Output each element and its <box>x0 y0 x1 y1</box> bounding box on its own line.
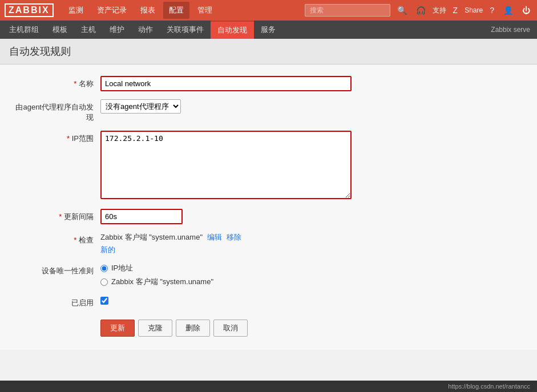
nav-admin[interactable]: 管理 <box>192 2 218 19</box>
ip-range-control: 172.25.2.1-10 <box>100 131 409 201</box>
agent-control: 没有agent代理程序 <box>100 99 409 114</box>
uniqueness-label: 设备唯一性准则 <box>9 263 100 276</box>
help-icon[interactable]: ? <box>487 5 496 16</box>
top-navbar: ZABBIX 监测 资产记录 报表 配置 管理 🔍 🎧 支持 Z Share ?… <box>0 0 537 21</box>
search-icon[interactable]: 🔍 <box>395 5 409 16</box>
check-new-link[interactable]: 新的 <box>100 245 115 254</box>
name-row: 名称 <box>9 76 409 91</box>
subnav-discovery[interactable]: 自动发现 <box>211 21 254 39</box>
uniqueness-radio-ip[interactable]: IP地址 <box>100 263 409 273</box>
ip-range-label: IP范围 <box>9 131 100 144</box>
radio-ip-label: IP地址 <box>111 263 133 273</box>
check-edit-link[interactable]: 编辑 <box>207 232 222 243</box>
subnav-templates[interactable]: 模板 <box>46 21 74 38</box>
uniqueness-radio-agent[interactable]: Zabbix 客户端 "system.uname" <box>100 277 409 287</box>
enabled-row: 已启用 <box>9 295 409 308</box>
clone-button[interactable]: 克隆 <box>138 320 172 337</box>
checks-control: Zabbix 客户端 "system.uname" 编辑 移除 新的 <box>100 232 409 255</box>
interval-control <box>100 209 409 224</box>
name-label: 名称 <box>9 76 100 89</box>
top-nav-right: 🔍 🎧 支持 Z Share ? 👤 ⏻ <box>305 4 532 17</box>
radio-agent-input[interactable] <box>100 278 108 286</box>
name-control <box>100 76 409 91</box>
check-item: Zabbix 客户端 "system.uname" 编辑 移除 <box>100 232 409 243</box>
user-icon[interactable]: 👤 <box>501 5 515 16</box>
ip-range-row: IP范围 172.25.2.1-10 <box>9 131 409 201</box>
radio-agent-label: Zabbix 客户端 "system.uname" <box>111 277 213 287</box>
agent-select[interactable]: 没有agent代理程序 <box>100 99 181 114</box>
delete-button[interactable]: 删除 <box>176 320 210 337</box>
checks-row: 检查 Zabbix 客户端 "system.uname" 编辑 移除 新的 <box>9 232 409 255</box>
server-label: Zabbix serve <box>491 26 535 34</box>
enabled-label: 已启用 <box>9 295 100 308</box>
enabled-control <box>100 297 409 306</box>
name-input[interactable] <box>100 76 352 91</box>
discovery-rule-form: 名称 由agent代理程序自动发现 没有agent代理程序 IP范围 172.2… <box>9 76 409 337</box>
nav-reports[interactable]: 报表 <box>135 2 161 19</box>
sub-navbar: 主机群组 模板 主机 维护 动作 关联项事件 自动发现 服务 Zabbix se… <box>0 21 537 39</box>
check-new-container: 新的 <box>100 245 409 255</box>
subnav-host-groups[interactable]: 主机群组 <box>2 21 46 38</box>
nav-config[interactable]: 配置 <box>163 2 189 19</box>
subnav-actions[interactable]: 动作 <box>131 21 160 38</box>
share-label[interactable]: Share <box>465 6 483 14</box>
interval-label: 更新间隔 <box>9 209 100 222</box>
main-content: 名称 由agent代理程序自动发现 没有agent代理程序 IP范围 172.2… <box>0 64 537 350</box>
checks-label: 检查 <box>9 232 100 245</box>
subnav-services[interactable]: 服务 <box>254 21 282 38</box>
uniqueness-row: 设备唯一性准则 IP地址 Zabbix 客户端 "system.uname" <box>9 263 409 287</box>
nav-monitor[interactable]: 监测 <box>63 2 89 19</box>
subnav-maintenance[interactable]: 维护 <box>103 21 131 38</box>
support-label[interactable]: 支持 <box>433 6 446 15</box>
check-item-text: Zabbix 客户端 "system.uname" <box>100 232 203 243</box>
logo: ZABBIX <box>5 3 54 17</box>
subnav-hosts[interactable]: 主机 <box>74 21 103 38</box>
interval-row: 更新间隔 <box>9 209 409 224</box>
page-title-bar: 自动发现规则 <box>0 39 537 64</box>
search-input[interactable] <box>305 4 390 17</box>
power-icon[interactable]: ⏻ <box>520 5 532 16</box>
agent-label: 由agent代理程序自动发现 <box>9 99 100 123</box>
radio-ip-input[interactable] <box>100 265 108 272</box>
check-remove-link[interactable]: 移除 <box>227 232 241 243</box>
cancel-button[interactable]: 取消 <box>213 320 248 337</box>
support-icon[interactable]: 🎧 <box>414 5 428 16</box>
page-title: 自动发现规则 <box>9 45 528 58</box>
subnav-correlations[interactable]: 关联项事件 <box>160 21 211 38</box>
uniqueness-control: IP地址 Zabbix 客户端 "system.uname" <box>100 263 409 287</box>
update-button[interactable]: 更新 <box>100 320 135 337</box>
interval-input[interactable] <box>100 209 183 224</box>
agent-row: 由agent代理程序自动发现 没有agent代理程序 <box>9 99 409 123</box>
share-icon[interactable]: Z <box>451 5 461 16</box>
radio-group: IP地址 Zabbix 客户端 "system.uname" <box>100 263 409 287</box>
buttons-row: 更新 克隆 删除 取消 <box>100 320 409 337</box>
top-nav-menu: 监测 资产记录 报表 配置 管理 <box>63 2 305 19</box>
enabled-checkbox[interactable] <box>100 297 108 305</box>
nav-assets[interactable]: 资产记录 <box>91 2 132 19</box>
ip-range-textarea[interactable]: 172.25.2.1-10 <box>100 131 352 199</box>
